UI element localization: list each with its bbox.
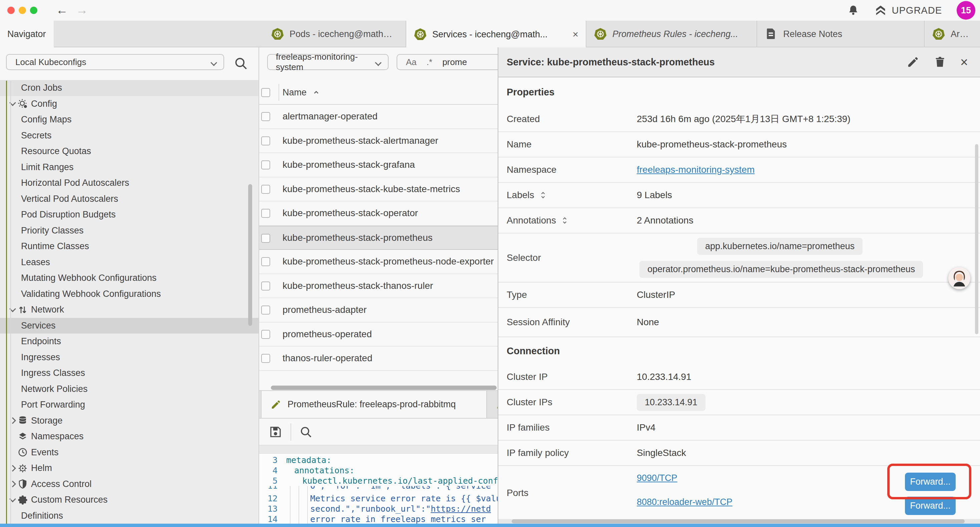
edit-icon[interactable]	[906, 56, 920, 69]
sidebar-item-secrets[interactable]: Secrets	[0, 128, 259, 144]
tab-release-notes[interactable]: Release Notes	[757, 21, 924, 47]
row-checkbox[interactable]	[261, 209, 270, 218]
row-checkbox[interactable]	[261, 185, 270, 194]
editor-search-icon[interactable]	[299, 425, 313, 439]
close-panel-icon[interactable]: ×	[960, 56, 968, 69]
sidebar-item-network-policies[interactable]: Network Policies	[0, 381, 259, 397]
row-checkbox[interactable]	[261, 282, 270, 291]
kubernetes-icon	[932, 27, 945, 41]
tab-pods-icecheng-mathmas[interactable]: Pods - icecheng@mathmas...	[264, 21, 406, 47]
window-bottom-accent	[0, 524, 980, 527]
detail-value: IPv4	[637, 415, 655, 440]
sidebar-item-definitions[interactable]: Definitions	[0, 508, 259, 524]
forward-button[interactable]: Forward...	[905, 497, 956, 515]
tab-prometheus-rules-icecheng[interactable]: Prometheus Rules - icecheng...	[586, 21, 757, 47]
row-checkbox[interactable]	[261, 161, 270, 169]
sidebar-item-pod-disruption-budgets[interactable]: Pod Disruption Budgets	[0, 207, 259, 223]
chevron-down-icon[interactable]	[10, 498, 17, 502]
kubeconfig-select[interactable]: Local Kubeconfigs	[6, 54, 224, 70]
name-column-header[interactable]: Name	[283, 80, 321, 105]
sidebar-item-limit-ranges[interactable]: Limit Ranges	[0, 159, 259, 175]
sidebar-item-validating-webhook-configurations[interactable]: Validating Webhook Configurations	[0, 286, 259, 302]
sidebar-item-port-forwarding[interactable]: Port Forwarding	[0, 397, 259, 413]
back-button[interactable]: ←	[56, 3, 68, 18]
row-checkbox[interactable]	[261, 257, 270, 266]
sidebar-toolbar: Local Kubeconfigs	[0, 47, 259, 80]
editor-tab-prometheusrule-freeleaps-prod-rabbitmq[interactable]: PrometheusRule: freeleaps-prod-rabbitmq	[261, 391, 487, 418]
service-detail-panel: Service: kube-prometheus-stack-prometheu…	[498, 47, 980, 524]
notification-count-badge[interactable]: 15	[957, 1, 975, 20]
upgrade-button[interactable]: UPGRADE	[874, 4, 942, 17]
sidebar-scrollbar[interactable]	[248, 184, 252, 326]
service-name: alertmanager-operated	[283, 111, 378, 122]
row-checkbox[interactable]	[261, 112, 270, 121]
chevron-right-icon[interactable]	[10, 482, 17, 486]
sidebar-item-access-control[interactable]: Access Control	[0, 476, 259, 492]
code-link: https://netd	[431, 504, 491, 514]
sidebar-item-leases[interactable]: Leases	[0, 255, 259, 271]
sidebar-item-config[interactable]: Config	[0, 96, 259, 112]
sort-updown-icon[interactable]	[561, 217, 569, 224]
save-icon[interactable]	[269, 425, 283, 439]
namespace-select-value: freeleaps-monitoring-system	[276, 52, 376, 72]
search-icon[interactable]	[234, 56, 248, 71]
sidebar-item-ingresses[interactable]: Ingresses	[0, 350, 259, 366]
sidebar-item-services[interactable]: Services	[0, 318, 259, 334]
row-checkbox[interactable]	[261, 137, 270, 145]
port-link[interactable]: 9090/TCP	[637, 473, 678, 483]
window-close-button[interactable]	[7, 7, 15, 14]
row-checkbox[interactable]	[261, 330, 270, 339]
select-all-checkbox[interactable]	[261, 88, 270, 97]
port-link[interactable]: 8080:reloader-web/TCP	[637, 497, 732, 507]
forward-button[interactable]: →	[76, 3, 88, 18]
sidebar-item-label: Pod Disruption Budgets	[21, 209, 116, 220]
namespace-select[interactable]: freeleaps-monitoring-system	[267, 54, 388, 70]
sidebar-item-horizontal-pod-autoscalers[interactable]: Horizontal Pod Autoscalers	[0, 175, 259, 191]
navigator-tab[interactable]: Navigator	[0, 21, 54, 47]
chevron-down-icon[interactable]	[10, 309, 17, 311]
line-number: 5	[259, 476, 277, 486]
sidebar-item-priority-classes[interactable]: Priority Classes	[0, 223, 259, 239]
tab-services-icecheng-math[interactable]: Services - icecheng@math...×	[406, 21, 586, 48]
sidebar-item-resource-quotas[interactable]: Resource Quotas	[0, 143, 259, 159]
sort-updown-icon[interactable]	[539, 191, 547, 199]
sidebar-item-custom-resources[interactable]: Custom Resources	[0, 492, 259, 508]
close-tab-icon[interactable]: ×	[568, 29, 578, 40]
row-checkbox[interactable]	[261, 234, 270, 243]
match-case-toggle[interactable]: Aa	[406, 57, 417, 67]
detail-horizontal-scrollbar[interactable]	[498, 519, 980, 524]
sidebar-item-label: Ingress Classes	[21, 368, 85, 378]
sidebar-item-ingress-classes[interactable]: Ingress Classes	[0, 365, 259, 381]
detail-title: Service: kube-prometheus-stack-prometheu…	[507, 57, 715, 68]
chevron-right-icon[interactable]	[10, 466, 17, 471]
sidebar-item-namespaces[interactable]: Namespaces	[0, 428, 259, 444]
row-checkbox[interactable]	[261, 306, 270, 315]
sidebar-item-events[interactable]: Events	[0, 444, 259, 461]
sidebar-item-storage[interactable]: Storage	[0, 413, 259, 429]
section-heading-properties: Properties	[498, 77, 980, 107]
sidebar-item-helm[interactable]: Helm	[0, 460, 259, 476]
value-link[interactable]: freeleaps-monitoring-system	[637, 164, 754, 175]
delete-icon[interactable]	[934, 56, 946, 68]
sidebar-item-endpoints[interactable]: Endpoints	[0, 334, 259, 350]
detail-value: 2 Annotations	[637, 208, 694, 233]
row-checkbox[interactable]	[261, 354, 270, 363]
regex-toggle[interactable]: .*	[426, 57, 432, 67]
sidebar-item-config-maps[interactable]: Config Maps	[0, 112, 259, 128]
sidebar-item-vertical-pod-autoscalers[interactable]: Vertical Pod Autoscalers	[0, 191, 259, 207]
detail-vertical-scrollbar[interactable]	[975, 144, 978, 334]
chevron-down-icon[interactable]	[10, 102, 17, 105]
window-minimize-button[interactable]	[19, 7, 26, 14]
detail-label: Session Affinity	[498, 308, 637, 336]
sidebar-item-cron-jobs[interactable]: Cron Jobs	[0, 80, 259, 96]
gear-icon	[18, 99, 28, 109]
sidebar-item-network[interactable]: Network	[0, 302, 259, 318]
code-token: annotations:	[294, 466, 355, 475]
window-maximize-button[interactable]	[30, 7, 37, 14]
chevron-right-icon[interactable]	[10, 418, 17, 423]
user-avatar[interactable]	[948, 267, 970, 289]
sidebar-item-mutating-webhook-configurations[interactable]: Mutating Webhook Configurations	[0, 270, 259, 286]
tab-argo-se[interactable]: Argo Se	[924, 21, 980, 47]
sidebar-item-runtime-classes[interactable]: Runtime Classes	[0, 239, 259, 255]
notifications-bell-icon[interactable]	[847, 4, 859, 16]
